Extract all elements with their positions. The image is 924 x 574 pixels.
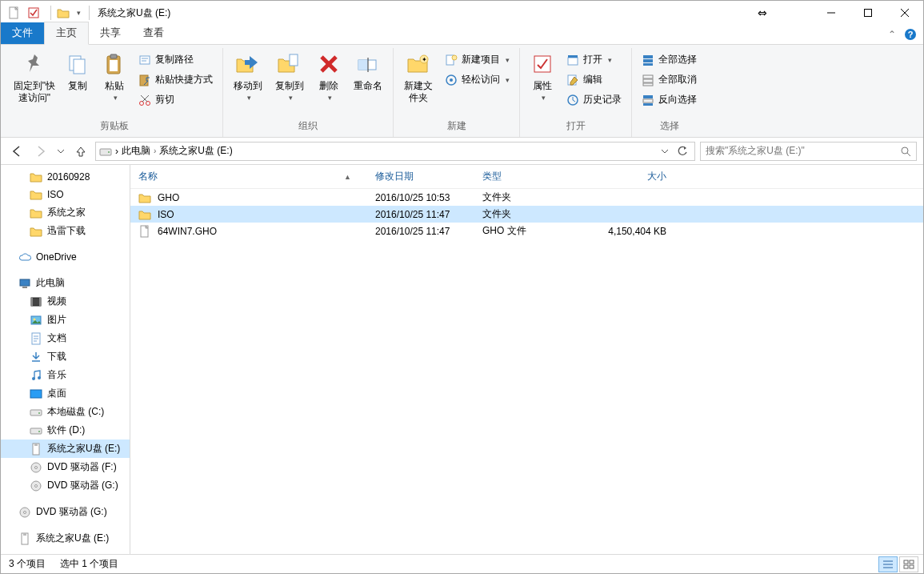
copy-to-button[interactable]: 复制到▾ bbox=[271, 48, 308, 104]
svg-rect-40 bbox=[643, 63, 653, 66]
sidebar-item[interactable]: 图片 bbox=[1, 311, 130, 329]
view-details-button[interactable] bbox=[878, 556, 898, 572]
svg-rect-9 bbox=[74, 59, 85, 74]
sidebar-item[interactable]: DVD 驱动器 (G:) bbox=[1, 503, 130, 521]
column-size[interactable]: 大小 bbox=[586, 170, 682, 183]
sidebar-item[interactable]: 软件 (D:) bbox=[1, 421, 130, 440]
paste-shortcut-button[interactable]: 粘贴快捷方式 bbox=[135, 71, 216, 88]
search-input[interactable]: 搜索"系统之家U盘 (E:)" bbox=[700, 142, 917, 161]
open-icon bbox=[566, 54, 579, 66]
recent-dropdown[interactable] bbox=[55, 142, 66, 161]
cut-button[interactable]: 剪切 bbox=[135, 91, 216, 108]
qat-dropdown-icon[interactable]: ▾ bbox=[77, 9, 81, 17]
crumb-current[interactable]: 系统之家U盘 (E:) bbox=[159, 144, 232, 158]
folder-icon bbox=[138, 191, 151, 204]
help-icon[interactable]: ? bbox=[904, 28, 917, 41]
sidebar-item[interactable]: 文档 bbox=[1, 329, 130, 347]
column-headers[interactable]: 名称 ▲ 修改日期 类型 大小 bbox=[130, 165, 923, 189]
column-name[interactable]: 名称 ▲ bbox=[138, 170, 375, 183]
properties-qat-icon[interactable] bbox=[26, 6, 41, 20]
drive-icon bbox=[30, 424, 42, 437]
expand-ribbon-icon[interactable]: ⇔ bbox=[744, 1, 781, 25]
new-folder-button[interactable]: ✦ 新建文件夹 bbox=[400, 48, 437, 104]
sidebar-item[interactable]: 桌面 bbox=[1, 384, 130, 403]
sidebar-item[interactable]: DVD 驱动器 (G:) bbox=[1, 476, 130, 495]
pin-to-quick-access-button[interactable]: 固定到"快速访问" bbox=[12, 48, 57, 104]
svg-rect-71 bbox=[34, 444, 38, 446]
column-type[interactable]: 类型 bbox=[482, 170, 586, 183]
new-item-button[interactable]: 新建项目▾ bbox=[442, 51, 513, 68]
sidebar-item[interactable]: DVD 驱动器 (F:) bbox=[1, 458, 130, 476]
sidebar-item[interactable]: 20160928 bbox=[1, 168, 130, 186]
tab-file[interactable]: 文件 bbox=[1, 22, 44, 44]
sidebar-item[interactable]: 迅雷下载 bbox=[1, 222, 130, 240]
file-row[interactable]: 64WIN7.GHO2016/10/25 11:47GHO 文件4,150,40… bbox=[130, 223, 923, 239]
svg-rect-43 bbox=[643, 83, 653, 86]
properties-button[interactable]: 属性▾ bbox=[526, 48, 558, 104]
drive-icon bbox=[30, 406, 42, 419]
close-button[interactable] bbox=[886, 1, 923, 25]
easy-access-button[interactable]: 轻松访问▾ bbox=[442, 71, 513, 88]
collapse-ribbon-icon[interactable]: ⌃ bbox=[888, 29, 896, 40]
address-bar[interactable]: › 此电脑› 系统之家U盘 (E:) bbox=[95, 142, 695, 161]
tab-view[interactable]: 查看 bbox=[132, 22, 175, 44]
sidebar-item[interactable]: 系统之家U盘 (E:) bbox=[1, 440, 130, 458]
sidebar-item[interactable]: ISO bbox=[1, 186, 130, 203]
view-large-icons-button[interactable] bbox=[899, 556, 918, 572]
folder-icon bbox=[30, 171, 42, 183]
copy-button[interactable]: 复制 bbox=[62, 48, 94, 92]
svg-line-19 bbox=[142, 95, 149, 102]
svg-rect-35 bbox=[568, 55, 578, 58]
column-date[interactable]: 修改日期 bbox=[375, 170, 482, 183]
file-row[interactable]: GHO2016/10/25 10:53文件夹 bbox=[130, 189, 923, 206]
crumb-this-pc[interactable]: 此电脑› bbox=[122, 144, 156, 158]
history-button[interactable]: 历史记录 bbox=[563, 91, 625, 108]
video-icon bbox=[30, 295, 42, 308]
ribbon: 固定到"快速访问" 复制 粘贴▾ 复制路径 粘贴快捷方式 剪切 剪贴板 bbox=[1, 45, 923, 138]
maximize-button[interactable] bbox=[850, 1, 886, 25]
blank-doc-icon[interactable] bbox=[7, 6, 22, 20]
desktop-icon bbox=[30, 387, 42, 400]
svg-rect-52 bbox=[22, 287, 27, 288]
tab-share[interactable]: 共享 bbox=[89, 22, 132, 44]
group-new: 新建 bbox=[447, 117, 466, 137]
tree-sidebar[interactable]: 20160928ISO系统之家迅雷下载OneDrive此电脑视频图片文档下载音乐… bbox=[1, 165, 130, 554]
sidebar-item-label: ISO bbox=[47, 189, 64, 200]
delete-button[interactable]: 删除▾ bbox=[313, 48, 345, 104]
paste-button[interactable]: 粘贴▾ bbox=[98, 48, 130, 104]
refresh-button[interactable] bbox=[674, 142, 691, 161]
open-button[interactable]: 打开▾ bbox=[563, 51, 625, 68]
file-row[interactable]: ISO2016/10/25 11:47文件夹 bbox=[130, 206, 923, 223]
paste-icon bbox=[102, 51, 127, 77]
edit-button[interactable]: 编辑 bbox=[563, 71, 625, 88]
sidebar-item[interactable]: 此电脑 bbox=[1, 274, 130, 292]
sidebar-item[interactable]: 本地磁盘 (C:) bbox=[1, 403, 130, 421]
back-button[interactable] bbox=[7, 142, 26, 161]
music-icon bbox=[30, 369, 42, 382]
usb-icon bbox=[30, 443, 42, 456]
chevron-right-icon[interactable]: › bbox=[115, 146, 118, 157]
minimize-button[interactable] bbox=[813, 1, 850, 25]
rename-button[interactable]: 重命名 bbox=[350, 48, 386, 92]
file-list[interactable]: GHO2016/10/25 10:53文件夹ISO2016/10/25 11:4… bbox=[130, 189, 923, 554]
forward-button[interactable] bbox=[31, 142, 50, 161]
sidebar-item[interactable]: 音乐 bbox=[1, 366, 130, 384]
copy-path-button[interactable]: 复制路径 bbox=[135, 51, 216, 68]
invert-selection-button[interactable]: 反向选择 bbox=[638, 91, 700, 108]
select-none-button[interactable]: 全部取消 bbox=[638, 71, 700, 88]
sidebar-item[interactable]: 系统之家 bbox=[1, 203, 130, 222]
up-button[interactable] bbox=[71, 142, 90, 161]
svg-rect-84 bbox=[904, 560, 908, 564]
tab-home[interactable]: 主页 bbox=[44, 22, 89, 45]
address-dropdown[interactable] bbox=[658, 142, 672, 161]
dvd-icon bbox=[18, 506, 31, 519]
sidebar-item[interactable]: OneDrive bbox=[1, 248, 130, 266]
select-all-button[interactable]: 全部选择 bbox=[638, 51, 700, 68]
sidebar-item[interactable]: 视频 bbox=[1, 292, 130, 311]
svg-rect-65 bbox=[30, 390, 42, 398]
sidebar-item[interactable]: 系统之家U盘 (E:) bbox=[1, 529, 130, 548]
docs-icon bbox=[30, 332, 42, 345]
svg-point-73 bbox=[35, 466, 38, 468]
sidebar-item[interactable]: 下载 bbox=[1, 347, 130, 366]
move-to-button[interactable]: 移动到▾ bbox=[230, 48, 266, 104]
